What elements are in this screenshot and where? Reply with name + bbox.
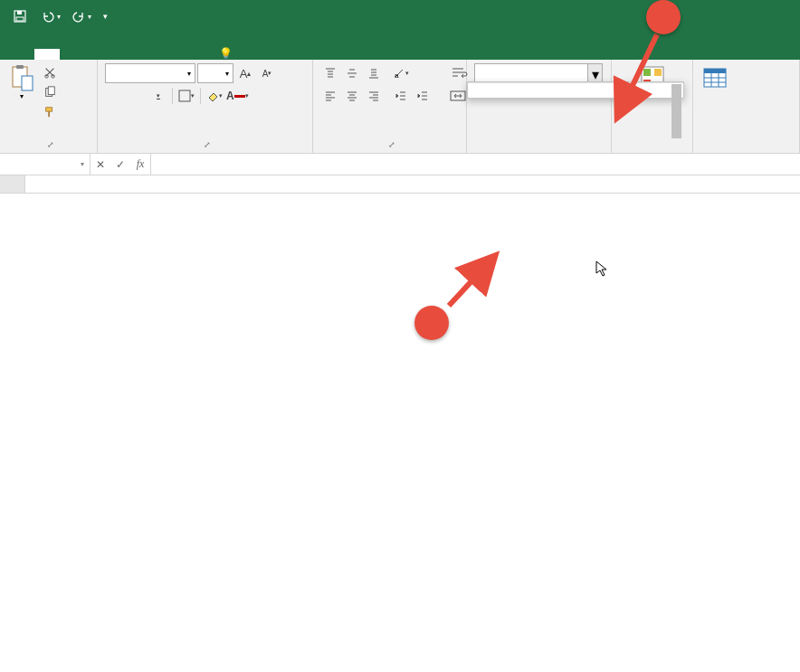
align-right-button[interactable]: [364, 86, 384, 106]
svg-rect-12: [179, 90, 190, 101]
svg-rect-9: [48, 87, 54, 95]
align-dialog-launcher[interactable]: ⤢: [388, 140, 395, 149]
redo-button[interactable]: ▾: [67, 4, 96, 29]
tab-file[interactable]: [9, 49, 34, 60]
tab-review[interactable]: [161, 49, 186, 60]
group-styles: [693, 60, 800, 153]
paste-button[interactable]: ▾: [7, 63, 36, 100]
more-number-formats[interactable]: [468, 82, 683, 98]
cut-button[interactable]: [40, 63, 60, 81]
name-box[interactable]: ▾: [0, 154, 90, 175]
bold-button[interactable]: [105, 86, 125, 106]
underline-button[interactable]: ▾: [148, 86, 168, 106]
align-bottom-button[interactable]: [364, 63, 384, 83]
svg-rect-11: [48, 111, 50, 117]
ribbon-tabs: 💡: [0, 33, 800, 60]
select-all-corner[interactable]: [0, 175, 25, 193]
fill-color-button[interactable]: ▾: [205, 86, 224, 106]
accept-formula-button[interactable]: ✓: [110, 158, 130, 171]
cursor-icon: [595, 260, 610, 281]
decrease-indent-button[interactable]: [391, 86, 411, 106]
save-button[interactable]: [5, 4, 34, 29]
font-name-select[interactable]: ▾: [105, 63, 195, 83]
ribbon: ▾ ⤢ ▾ ▾ A▴ A▾ ▾: [0, 60, 800, 154]
spreadsheet-grid[interactable]: [0, 175, 800, 194]
decrease-font-button[interactable]: A▾: [257, 63, 277, 83]
copy-button[interactable]: [40, 83, 60, 101]
svg-rect-17: [654, 69, 662, 76]
svg-rect-16: [643, 69, 651, 76]
italic-button[interactable]: [127, 86, 147, 106]
formula-bar-row: ▾ ✕ ✓ fx: [0, 154, 800, 175]
svg-rect-20: [704, 69, 726, 73]
tab-insert[interactable]: [60, 49, 85, 60]
border-button[interactable]: ▾: [176, 86, 196, 106]
tab-pagelayout[interactable]: [85, 49, 110, 60]
undo-button[interactable]: ▾: [36, 4, 65, 29]
tab-formulas[interactable]: [110, 49, 136, 60]
svg-rect-1: [17, 11, 22, 14]
quick-access-toolbar: ▾ ▾ ▾: [0, 4, 118, 29]
callout-1: [646, 0, 681, 34]
align-left-button[interactable]: [320, 86, 340, 106]
tab-view[interactable]: [186, 49, 212, 60]
cancel-formula-button[interactable]: ✕: [90, 158, 110, 171]
format-painter-button[interactable]: [40, 103, 60, 121]
tell-me[interactable]: 💡: [219, 47, 236, 60]
group-font: ▾ ▾ A▴ A▾ ▾ ▾ ▾ A▾ ⤢: [98, 60, 313, 153]
align-middle-button[interactable]: [342, 63, 362, 83]
clipboard-dialog-launcher[interactable]: ⤢: [47, 140, 54, 149]
number-format-dropdown: [467, 81, 684, 99]
svg-rect-5: [22, 76, 33, 90]
tab-home[interactable]: [34, 49, 60, 60]
svg-rect-4: [16, 65, 24, 69]
align-top-button[interactable]: [320, 63, 340, 83]
svg-rect-2: [16, 17, 24, 21]
qat-customize[interactable]: ▾: [98, 4, 112, 29]
font-size-select[interactable]: ▾: [197, 63, 233, 83]
font-color-button[interactable]: A▾: [226, 86, 249, 106]
increase-indent-button[interactable]: [413, 86, 433, 106]
format-as-table-button[interactable]: [700, 63, 729, 94]
group-clipboard: ▾ ⤢: [0, 60, 98, 153]
callout-2: [414, 306, 449, 340]
group-alignment: a▾ ▾ ⤢: [313, 60, 467, 153]
group-number: ▾: [467, 60, 612, 153]
font-dialog-launcher[interactable]: ⤢: [204, 140, 211, 149]
formula-bar[interactable]: [151, 154, 800, 175]
increase-font-button[interactable]: A▴: [235, 63, 255, 83]
svg-text:a: a: [395, 71, 399, 80]
lightbulb-icon: 💡: [219, 47, 233, 60]
fx-button[interactable]: fx: [130, 157, 150, 171]
align-center-button[interactable]: [342, 86, 362, 106]
tab-data[interactable]: [136, 49, 161, 60]
column-headers: [0, 175, 800, 194]
svg-rect-10: [46, 108, 52, 111]
orientation-button[interactable]: a▾: [391, 63, 411, 83]
